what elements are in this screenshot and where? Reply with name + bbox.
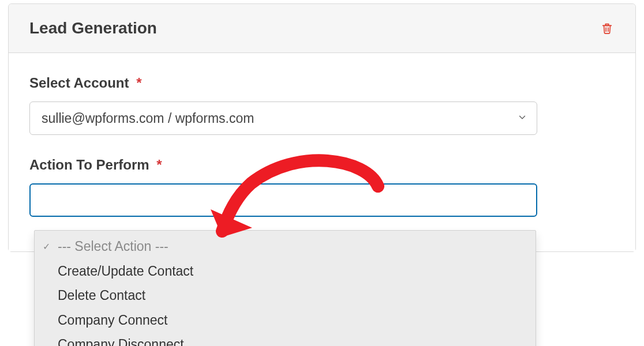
panel-title: Lead Generation (29, 19, 157, 37)
dropdown-option-label: Delete Contact (58, 288, 145, 303)
dropdown-option-delete-contact[interactable]: Delete Contact (35, 283, 536, 308)
panel-body: Select Account * sullie@wpforms.com / wp… (9, 53, 635, 251)
dropdown-option-label: Company Disconnect (58, 337, 184, 346)
action-dropdown-menu: ✓ --- Select Action --- Create/Update Co… (34, 230, 536, 346)
panel-header: Lead Generation (9, 4, 635, 53)
action-to-perform-label: Action To Perform * (29, 157, 615, 173)
select-account-label: Select Account * (29, 75, 615, 91)
dropdown-option-company-disconnect[interactable]: Company Disconnect (35, 332, 536, 346)
dropdown-option-company-connect[interactable]: Company Connect (35, 308, 536, 333)
check-icon: ✓ (43, 240, 50, 254)
action-to-perform-dropdown[interactable] (29, 183, 537, 217)
dropdown-option-label: Company Connect (58, 313, 168, 328)
dropdown-option-label: --- Select Action --- (58, 239, 169, 254)
field-label-text: Select Account (29, 75, 129, 91)
select-account-dropdown[interactable]: sullie@wpforms.com / wpforms.com (29, 101, 537, 135)
required-indicator: * (156, 157, 162, 172)
required-indicator: * (136, 75, 141, 91)
dropdown-option-label: Create/Update Contact (58, 264, 193, 279)
field-label-text: Action To Perform (29, 157, 149, 172)
trash-icon[interactable] (600, 21, 615, 36)
dropdown-option-create-update-contact[interactable]: Create/Update Contact (35, 259, 536, 284)
integration-panel: Lead Generation Select Account * sullie@… (8, 3, 636, 252)
chevron-down-icon (517, 111, 527, 126)
dropdown-option-placeholder: ✓ --- Select Action --- (35, 234, 536, 259)
select-account-value: sullie@wpforms.com / wpforms.com (42, 111, 254, 126)
